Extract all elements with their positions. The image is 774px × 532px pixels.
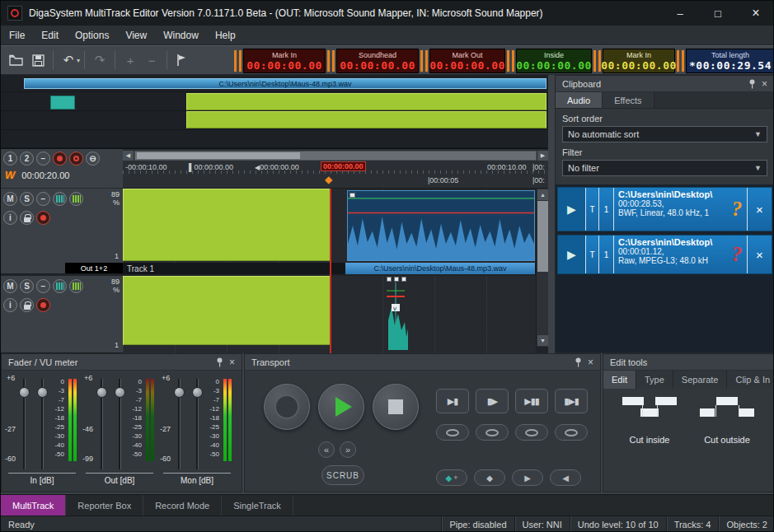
solo-button[interactable]: S bbox=[20, 279, 34, 293]
record-arm-button[interactable] bbox=[36, 211, 50, 225]
menu-edit[interactable]: Edit bbox=[33, 26, 67, 44]
tab-reporter-box[interactable]: Reporter Box bbox=[66, 495, 143, 516]
tab-record-mode[interactable]: Record Mode bbox=[143, 495, 222, 516]
loop-button[interactable] bbox=[515, 424, 548, 441]
tab-audio[interactable]: Audio bbox=[556, 92, 603, 108]
redo-button[interactable]: ↷ bbox=[89, 49, 110, 71]
tab-type[interactable]: Type bbox=[636, 371, 673, 389]
scroll-up-button[interactable]: ▲ bbox=[537, 189, 548, 200]
object-handle[interactable] bbox=[387, 277, 392, 282]
audio-clip-green[interactable] bbox=[123, 189, 331, 261]
scroll-right-button[interactable]: ▶ bbox=[537, 151, 548, 161]
record-arm-button[interactable] bbox=[53, 152, 67, 166]
clipboard-item[interactable]: ▶ T 1 C:\Users\nin\Desktop\ 00:00:28.53,… bbox=[557, 187, 772, 231]
pin-icon[interactable] bbox=[216, 357, 223, 367]
horizontal-scrollbar[interactable] bbox=[134, 151, 537, 161]
skip-forward-button[interactable]: » bbox=[340, 441, 356, 458]
clip-handle[interactable] bbox=[349, 193, 355, 198]
play-from-cursor-button[interactable]: ▮▶ bbox=[476, 389, 509, 413]
meter-button[interactable] bbox=[53, 279, 67, 293]
clipboard-item[interactable]: ▶ T 1 C:\Users\nin\Desktop\ 00:00:01.12,… bbox=[557, 235, 772, 274]
fader-knob[interactable] bbox=[174, 387, 185, 398]
close-button[interactable]: × bbox=[737, 1, 774, 26]
audio-clip-green[interactable] bbox=[123, 276, 331, 345]
audio-object-teal[interactable]: v bbox=[382, 282, 413, 350]
loop-button[interactable] bbox=[476, 424, 509, 441]
record-mode-button[interactable] bbox=[69, 152, 83, 166]
marker-button[interactable] bbox=[171, 49, 193, 71]
save-button[interactable] bbox=[27, 49, 49, 71]
overview-clip-green[interactable] bbox=[186, 93, 546, 110]
timeline-ruler[interactable]: ◀ ▶ -00:00:10.00 ▌00:00:00.00 ◀00:00:00.… bbox=[123, 149, 548, 189]
fader-knob[interactable] bbox=[19, 387, 30, 398]
tab-separate[interactable]: Separate bbox=[673, 371, 728, 389]
tab-edit[interactable]: Edit bbox=[603, 371, 636, 389]
loop-button[interactable] bbox=[436, 424, 469, 441]
cut-inside-tool[interactable]: Cut inside bbox=[612, 397, 687, 445]
track-name[interactable]: Track 1 bbox=[123, 264, 154, 273]
arrangement-overview[interactable]: C:\Users\nin\Desktop\Maus-48.mp3.wav bbox=[1, 75, 548, 149]
meter-button[interactable] bbox=[69, 279, 83, 293]
meter-button[interactable] bbox=[69, 192, 83, 206]
fader-knob[interactable] bbox=[115, 387, 125, 398]
info-button[interactable]: i bbox=[3, 211, 17, 225]
overview-clip-title[interactable]: C:\Users\nin\Desktop\Maus-48.mp3.wav bbox=[24, 78, 546, 89]
close-panel-icon[interactable]: × bbox=[588, 357, 593, 368]
playhead-marker-icon[interactable]: ◆ bbox=[325, 174, 332, 185]
audio-clip-waveform[interactable] bbox=[347, 190, 535, 261]
menu-window[interactable]: Window bbox=[155, 26, 207, 44]
question-mark-icon[interactable]: ? bbox=[727, 188, 747, 231]
stop-button[interactable] bbox=[373, 384, 419, 430]
collapse-button[interactable]: − bbox=[36, 192, 50, 206]
add-button[interactable]: + bbox=[120, 49, 141, 71]
play-button[interactable] bbox=[318, 384, 364, 430]
lock-button[interactable] bbox=[20, 298, 34, 312]
marker-add-button[interactable]: ◆+ bbox=[436, 469, 467, 486]
scrub-button[interactable]: SCRUB bbox=[321, 465, 364, 485]
remove-item-button[interactable]: × bbox=[747, 188, 772, 231]
cut-outside-tool[interactable]: Cut outside bbox=[689, 397, 765, 445]
loop-mode-button[interactable]: ⊖ bbox=[86, 152, 100, 166]
scroll-left-button[interactable]: ◀ bbox=[123, 151, 134, 161]
close-panel-icon[interactable]: × bbox=[762, 78, 767, 90]
tab-clip-in[interactable]: Clip & In bbox=[727, 371, 774, 389]
solo-button[interactable]: S bbox=[20, 192, 34, 206]
next-marker-button[interactable]: ▶ bbox=[512, 469, 543, 486]
remove-item-button[interactable]: × bbox=[747, 236, 772, 273]
skip-back-button[interactable]: « bbox=[318, 441, 335, 458]
minimize-button[interactable]: – bbox=[661, 1, 699, 26]
menu-view[interactable]: View bbox=[117, 26, 155, 44]
open-file-button[interactable] bbox=[6, 49, 27, 71]
play-item-button[interactable]: ▶ bbox=[558, 188, 586, 231]
overview-clip-green[interactable] bbox=[186, 111, 546, 128]
object-handle[interactable] bbox=[401, 277, 406, 282]
select-track-2-button[interactable]: 2 bbox=[20, 152, 34, 166]
vertical-scrollbar[interactable]: ▲ ▼ bbox=[536, 189, 548, 347]
pin-icon[interactable] bbox=[748, 79, 756, 89]
object-handle[interactable] bbox=[394, 277, 399, 282]
fader-knob[interactable] bbox=[96, 387, 107, 398]
lock-button[interactable] bbox=[20, 211, 34, 225]
mute-button[interactable]: M bbox=[3, 192, 17, 206]
menu-options[interactable]: Options bbox=[67, 26, 117, 44]
tab-effects[interactable]: Effects bbox=[603, 92, 654, 108]
mute-button[interactable]: M bbox=[3, 279, 17, 293]
collapse-button[interactable]: − bbox=[36, 279, 50, 293]
loop-button[interactable] bbox=[555, 424, 588, 441]
fader-knob[interactable] bbox=[37, 387, 48, 398]
info-button[interactable]: i bbox=[3, 298, 17, 312]
playhead-line[interactable] bbox=[330, 189, 331, 353]
marker-button[interactable]: ◆ bbox=[474, 469, 505, 486]
maximize-button[interactable]: □ bbox=[699, 1, 737, 26]
select-track-1-button[interactable]: 1 bbox=[3, 152, 17, 166]
scroll-down-button[interactable]: ▼ bbox=[537, 335, 548, 346]
record-button[interactable] bbox=[264, 384, 310, 430]
question-mark-icon[interactable]: ? bbox=[727, 236, 747, 273]
overview-clip-teal[interactable] bbox=[50, 96, 75, 110]
play-to-mark-button[interactable]: ▶▮▮ bbox=[515, 389, 548, 413]
menu-help[interactable]: Help bbox=[207, 26, 244, 44]
pin-icon[interactable] bbox=[575, 357, 582, 367]
menu-file[interactable]: File bbox=[1, 26, 33, 44]
sort-order-select[interactable]: No automatic sort ▼ bbox=[562, 126, 767, 142]
scrollbar-thumb[interactable] bbox=[537, 201, 548, 272]
